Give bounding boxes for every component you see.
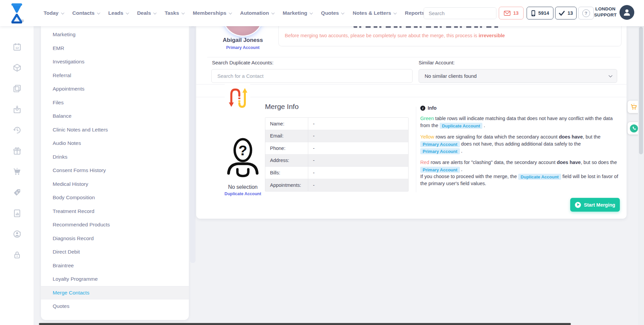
- duplicate-account-chip[interactable]: Duplicate Account: [440, 123, 483, 129]
- similar-account-label: Similar Account:: [419, 60, 455, 65]
- question-mark-icon: ?: [582, 9, 590, 17]
- sidebar-item-referral[interactable]: Referral: [41, 69, 189, 83]
- nav-item-notes-letters[interactable]: Notes & Letters: [353, 10, 396, 16]
- nav-item-deals[interactable]: Deals: [137, 10, 156, 16]
- copy-icon[interactable]: [13, 84, 21, 93]
- chevron-down-icon: [341, 11, 344, 14]
- unknown-person-icon: ?: [226, 138, 259, 181]
- account-name: LONDON SUPPORT: [590, 6, 621, 18]
- table-row: Bills: -: [265, 167, 408, 179]
- main-menu: Today Contacts Leads Deals Tasks Members…: [44, 0, 450, 26]
- report-document-icon[interactable]: [13, 209, 21, 218]
- price-tag-icon[interactable]: $: [13, 188, 21, 197]
- window-bottom-edge: [39, 323, 571, 325]
- app-logo-hourglass-icon[interactable]: [9, 3, 24, 24]
- bag-receive-icon[interactable]: [13, 105, 21, 114]
- envelope-icon: [504, 11, 511, 16]
- primary-account-chip[interactable]: Primary Account: [420, 141, 460, 147]
- clipped-text-line: [354, 26, 499, 28]
- merge-info-title: Merge Info: [265, 103, 299, 111]
- duplicate-contact-search-input[interactable]: [211, 69, 413, 83]
- search-input[interactable]: [424, 8, 496, 19]
- check-icon: [559, 11, 565, 16]
- nav-item-marketing[interactable]: Marketing: [283, 10, 312, 16]
- start-merging-button[interactable]: Start Merging: [570, 198, 620, 212]
- mail-count-badge: 13: [513, 10, 519, 16]
- cart-icon: [630, 103, 638, 111]
- person-icon: [623, 8, 631, 17]
- mail-notifications-button[interactable]: 13: [499, 7, 524, 19]
- merge-warning-text: Before merging two accounts, please be c…: [285, 33, 505, 38]
- sidebar-item-audio-notes[interactable]: Audio Notes: [41, 137, 189, 150]
- merge-info-help-panel: i Info Green table rows will indicate ma…: [420, 105, 622, 187]
- table-row: Phone: -: [265, 142, 408, 155]
- table-row: Appointments: -: [265, 179, 408, 192]
- sidebar-item-loyalty-programme[interactable]: Loyalty Programme: [41, 272, 189, 286]
- tasks-done-button[interactable]: 13: [555, 7, 577, 19]
- info-icon: i: [420, 106, 425, 111]
- nav-item-today[interactable]: Today: [44, 10, 63, 16]
- lock-icon[interactable]: [13, 251, 21, 259]
- nav-item-quotes[interactable]: Quotes: [321, 10, 343, 16]
- chevron-down-icon: [271, 11, 275, 14]
- nav-item-memberships[interactable]: Memberships: [193, 10, 231, 16]
- account-circle-icon[interactable]: [13, 230, 21, 238]
- divider: [196, 97, 627, 97]
- sidebar-item-investigations[interactable]: Investigations: [41, 55, 189, 69]
- nav-item-contacts[interactable]: Contacts: [72, 10, 99, 16]
- svg-text:12: 12: [15, 46, 19, 50]
- chevron-down-icon: [181, 11, 185, 14]
- history-icon[interactable]: [13, 126, 21, 134]
- sidebar-item-direct-debit[interactable]: Direct Debit: [41, 245, 189, 259]
- phone-calls-button[interactable]: 5914: [527, 7, 553, 19]
- sidebar-item-diagnosis-record[interactable]: Diagnosis Record: [41, 232, 189, 246]
- package-icon[interactable]: [13, 63, 21, 72]
- sidebar-item-recommended-products[interactable]: Recommended Products: [41, 218, 189, 232]
- sidebar-item-medical-history[interactable]: Medical History: [41, 177, 189, 191]
- calendar-icon[interactable]: 12: [13, 43, 21, 51]
- sidebar-item-braintree[interactable]: Braintree: [41, 259, 189, 273]
- chevron-down-icon: [126, 11, 129, 14]
- sidebar-item-emr[interactable]: EMR: [41, 42, 189, 55]
- merge-info-table: Name: - Email: - Phone: - Address: - Bil…: [265, 117, 409, 192]
- divider: [416, 107, 416, 192]
- sidebar-item-clinic-notes-and-letters[interactable]: Clinic Notes and Letters: [41, 123, 189, 137]
- user-avatar[interactable]: [620, 5, 634, 20]
- primary-account-chip[interactable]: Primary Account: [420, 167, 460, 173]
- sidebar-item-body-composition[interactable]: Body Composition: [41, 191, 189, 205]
- global-search: [424, 7, 496, 19]
- sidebar-item-consent-forms-history[interactable]: Consent Forms History: [41, 164, 189, 177]
- duplicate-account-badge[interactable]: Duplicate Account: [222, 192, 264, 196]
- info-header: i Info: [420, 105, 622, 111]
- nav-item-tasks[interactable]: Tasks: [165, 10, 184, 16]
- cart-icon[interactable]: [13, 167, 21, 176]
- nav-item-leads[interactable]: Leads: [108, 10, 128, 16]
- sidebar-item-balance[interactable]: Balance: [41, 109, 189, 123]
- nav-item-automation[interactable]: Automation: [240, 10, 274, 16]
- primary-account-badge[interactable]: Primary Account: [196, 45, 289, 50]
- sidebar-item-treatment-record[interactable]: Treatment Record: [41, 205, 189, 218]
- sidebar-item-files[interactable]: Files: [41, 96, 189, 110]
- duplicate-account-placeholder: ? No selection Duplicate Account: [222, 138, 264, 196]
- duplicate-account-chip[interactable]: Duplicate Account: [518, 174, 561, 180]
- primary-account-chip[interactable]: Primary Account: [420, 148, 460, 154]
- merge-arrows-icon: [225, 84, 250, 111]
- divider: [196, 84, 627, 85]
- gift-icon[interactable]: [13, 147, 21, 155]
- similar-account-select[interactable]: No similar clients found: [419, 69, 617, 83]
- play-icon: [575, 202, 581, 208]
- sidebar-item-marketing[interactable]: Marketing: [41, 28, 189, 42]
- info-paragraph-red: Red rows are alerts for "clashing" data,…: [420, 159, 622, 173]
- primary-account-avatar[interactable]: [223, 26, 262, 36]
- no-selection-label: No selection: [222, 184, 264, 190]
- sidebar-scrollbar[interactable]: [190, 26, 196, 263]
- sidebar-item-appointments[interactable]: Appointments: [41, 82, 189, 96]
- chevron-down-icon: [229, 11, 232, 14]
- sidebar-item-quotes[interactable]: Quotes: [41, 300, 189, 313]
- page-scrollbar-thumb[interactable]: [639, 27, 643, 154]
- sidebar-item-merge-contacts[interactable]: Merge Contacts: [41, 286, 189, 300]
- chevron-down-icon: [97, 11, 100, 14]
- smartphone-icon: [531, 10, 536, 17]
- sidebar-item-drinks[interactable]: Drinks: [41, 150, 189, 164]
- chevron-down-icon: [608, 73, 612, 77]
